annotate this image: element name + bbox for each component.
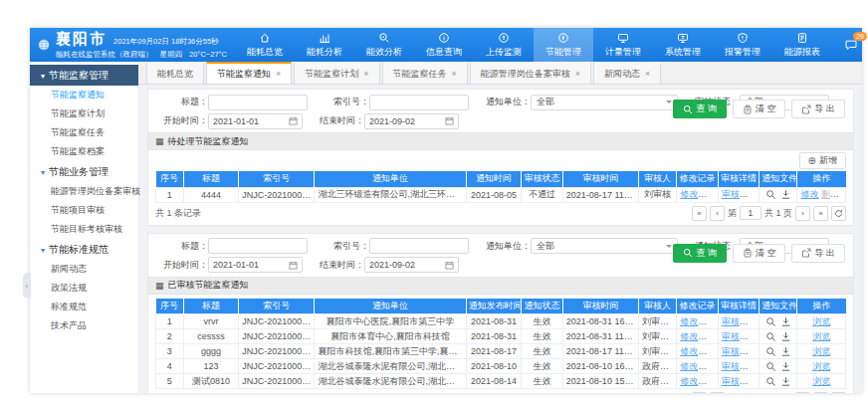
sidebar-group-standards[interactable]: 节能标准规范 <box>30 239 138 260</box>
nav-item-system-mgmt[interactable]: 系统管理 <box>653 28 713 62</box>
tab-supervision-task[interactable]: 节能监察任务 <box>382 62 468 84</box>
modify-log-link[interactable]: 修改记录 <box>680 346 716 356</box>
sidebar-item-policies[interactable]: 政策法规 <box>30 279 138 298</box>
tab-energy-overview[interactable]: 能耗总览 <box>146 62 204 84</box>
notify-unit-select[interactable]: 全部 <box>531 95 678 110</box>
preview-icon[interactable] <box>765 189 776 200</box>
last-page-button[interactable] <box>813 392 828 393</box>
nav-item-metering-mgmt[interactable]: 计量管理 <box>593 28 653 62</box>
download-icon[interactable] <box>780 361 791 372</box>
close-icon[interactable] <box>276 70 281 79</box>
sidebar-group-supervision-mgmt[interactable]: 节能监察管理 <box>30 65 138 86</box>
clear-button[interactable]: 清 空 <box>733 100 786 118</box>
modify-log-link[interactable]: 修改记录 <box>680 331 716 341</box>
export-button[interactable]: 导 出 <box>791 244 845 263</box>
add-button[interactable]: 新增 <box>799 152 846 169</box>
next-page-button[interactable] <box>795 206 810 221</box>
sidebar-group-business-mgmt[interactable]: 节能业务管理 <box>30 161 138 182</box>
index-input[interactable] <box>369 95 469 110</box>
audit-detail-link[interactable]: 审核详情 <box>722 189 758 199</box>
download-icon[interactable] <box>780 189 791 200</box>
audit-detail-link[interactable]: 审核详情 <box>722 361 758 371</box>
preview-icon[interactable] <box>765 316 776 327</box>
end-date-picker[interactable]: 2021-09-02 <box>364 257 459 273</box>
view-link[interactable]: 浏览 <box>812 346 830 356</box>
refresh-button[interactable] <box>831 206 846 221</box>
download-icon[interactable] <box>780 376 791 387</box>
notify-unit-select[interactable]: 全部 <box>531 238 678 254</box>
edit-link[interactable]: 修改 <box>800 189 818 199</box>
tab-supervision-notice[interactable]: 节能监察通知 <box>206 62 292 84</box>
search-button[interactable]: 查 询 <box>673 244 727 263</box>
delete-link[interactable]: 删除 <box>821 189 839 199</box>
page-input[interactable] <box>740 206 761 220</box>
audit-detail-link[interactable]: 审核详情 <box>722 376 758 386</box>
tab-news[interactable]: 新闻动态 <box>593 62 661 84</box>
close-icon[interactable] <box>452 70 457 79</box>
modify-log-link[interactable]: 修改记录 <box>680 376 716 386</box>
sidebar-item-news[interactable]: 新闻动态 <box>30 260 138 279</box>
modify-log-link[interactable]: 修改记录 <box>680 189 716 199</box>
next-page-button[interactable] <box>795 392 810 393</box>
close-icon[interactable] <box>645 70 650 79</box>
start-date-picker[interactable]: 2021-01-01 <box>208 113 303 129</box>
view-link[interactable]: 浏览 <box>841 189 845 199</box>
start-date-picker[interactable]: 2021-01-01 <box>208 257 303 273</box>
index-input[interactable] <box>369 238 469 254</box>
first-page-button[interactable] <box>692 206 707 221</box>
page-input[interactable] <box>740 393 761 394</box>
audit-detail-link[interactable]: 审核详情 <box>722 331 758 341</box>
nav-item-energy-report[interactable]: 能源报表 <box>772 28 832 62</box>
audit-detail-link[interactable]: 审核详情 <box>722 346 758 356</box>
end-date-picker[interactable]: 2021-09-02 <box>364 113 459 129</box>
cell-modify-log: 修改记录 <box>677 374 719 389</box>
preview-icon[interactable] <box>765 331 776 342</box>
sidebar-item-supervision-archive[interactable]: 节能监察档案 <box>30 142 138 161</box>
sidebar-item-supervision-plan[interactable]: 节能监察计划 <box>30 104 138 123</box>
nav-item-efficiency-analysis[interactable]: 能效分析 <box>354 28 414 62</box>
close-icon[interactable] <box>575 70 580 79</box>
view-link[interactable]: 浏览 <box>812 376 830 386</box>
sidebar-item-post-record-review[interactable]: 能源管理岗位备案审核 <box>30 182 138 201</box>
export-button[interactable]: 导 出 <box>791 100 845 118</box>
view-link[interactable]: 浏览 <box>812 361 830 371</box>
sidebar-collapse-handle[interactable] <box>23 273 31 299</box>
sidebar-item-supervision-notice[interactable]: 节能监察通知 <box>30 86 138 104</box>
sidebar-item-tech-products[interactable]: 技术产品 <box>30 316 138 335</box>
nav-item-info-query[interactable]: 信息查询 <box>414 28 474 62</box>
download-icon[interactable] <box>780 346 791 357</box>
sidebar-item-project-review[interactable]: 节能项目审核 <box>30 201 138 220</box>
modify-log-link[interactable]: 修改记录 <box>680 361 716 371</box>
messages-button[interactable]: 29 <box>844 38 858 52</box>
view-link[interactable]: 浏览 <box>812 331 830 341</box>
clear-button[interactable]: 清 空 <box>733 244 786 263</box>
first-page-button[interactable] <box>692 392 707 393</box>
audit-detail-link[interactable]: 审核详情 <box>722 316 758 326</box>
refresh-button[interactable] <box>831 392 846 393</box>
sidebar-item-target-assess-review[interactable]: 节能目标考核审核 <box>30 220 138 239</box>
table-row: 1vrvrJNJC-2021000010襄阳市中心医院,襄阳市第三中学2021-… <box>156 314 846 329</box>
nav-item-energy-overview[interactable]: 能耗总览 <box>235 28 295 62</box>
nav-item-energy-analysis[interactable]: 能耗分析 <box>295 28 354 62</box>
nav-item-upload-monitor[interactable]: 上传监测 <box>474 28 534 62</box>
title-input[interactable] <box>208 238 308 254</box>
preview-icon[interactable] <box>765 361 776 372</box>
search-button[interactable]: 查 询 <box>673 100 727 118</box>
last-page-button[interactable] <box>813 206 828 221</box>
nav-item-energy-saving-mgmt[interactable]: 节能管理 <box>534 28 593 62</box>
tab-post-record-review[interactable]: 能源管理岗位备案审核 <box>470 62 591 84</box>
preview-icon[interactable] <box>765 376 776 387</box>
sidebar-item-standards[interactable]: 标准规范 <box>30 298 138 316</box>
view-link[interactable]: 浏览 <box>812 316 830 326</box>
title-input[interactable] <box>208 95 308 110</box>
prev-page-button[interactable] <box>710 206 725 221</box>
preview-icon[interactable] <box>765 346 776 357</box>
download-icon[interactable] <box>780 331 791 342</box>
tab-supervision-plan[interactable]: 节能监察计划 <box>294 62 379 84</box>
prev-page-button[interactable] <box>710 392 725 393</box>
sidebar-item-supervision-task[interactable]: 节能监察任务 <box>30 123 138 142</box>
download-icon[interactable] <box>780 316 791 327</box>
nav-item-alarm-mgmt[interactable]: 报警管理 <box>713 28 772 62</box>
close-icon[interactable] <box>363 70 368 79</box>
modify-log-link[interactable]: 修改记录 <box>680 316 716 326</box>
